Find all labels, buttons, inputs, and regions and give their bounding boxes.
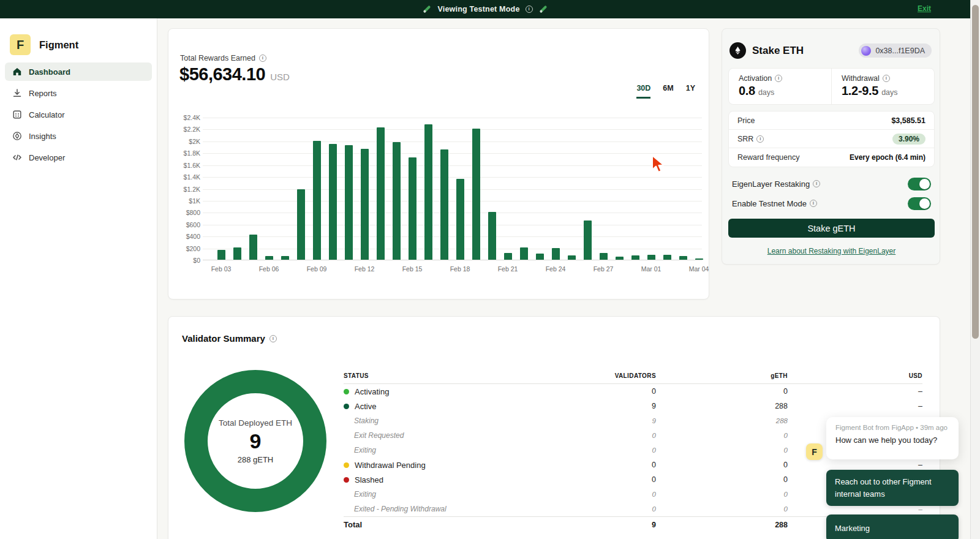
bar-feb-25[interactable] bbox=[568, 255, 576, 260]
sidebar-item-insights[interactable]: Insights bbox=[5, 127, 152, 145]
price-row: Price $3,585.51 bbox=[729, 111, 934, 130]
tab-1y[interactable]: 1Y bbox=[686, 84, 695, 99]
sidebar-item-reports[interactable]: Reports bbox=[5, 84, 152, 102]
bar-feb-13[interactable] bbox=[377, 127, 385, 260]
info-icon[interactable] bbox=[810, 200, 817, 207]
sidebar-item-developer[interactable]: Developer bbox=[5, 148, 152, 167]
activation-stat: Activation 0.8 days bbox=[729, 69, 831, 104]
withdrawal-stat: Withdrawal 1.2-9.5 days bbox=[831, 69, 934, 104]
tab-30d[interactable]: 30D bbox=[636, 84, 650, 99]
testnet-mode-toggle[interactable] bbox=[908, 197, 931, 210]
gridline bbox=[203, 165, 702, 166]
total-label: Total bbox=[344, 520, 601, 529]
bar-feb-17[interactable] bbox=[440, 149, 448, 260]
page-scrollbar[interactable] bbox=[970, 0, 980, 539]
bar-feb-28[interactable] bbox=[616, 257, 624, 260]
bar-feb-12[interactable] bbox=[361, 149, 369, 260]
app-root: Viewing Testnet Mode Exit F Figment Dash… bbox=[0, 0, 980, 539]
bar-feb-06[interactable] bbox=[265, 256, 273, 260]
info-icon[interactable] bbox=[259, 55, 266, 62]
stake-info-rows: Price $3,585.51 SRR 3.90% Reward frequen… bbox=[728, 111, 935, 167]
bar-feb-18[interactable] bbox=[456, 179, 464, 260]
y-axis-tick: $1.4K bbox=[179, 173, 200, 181]
sidebar-item-dashboard[interactable]: Dashboard bbox=[5, 62, 152, 81]
gridline bbox=[203, 189, 702, 190]
geth-cell: 288 bbox=[656, 417, 788, 424]
wallet-address-pill[interactable]: 0x38...f1E9DA bbox=[859, 43, 932, 58]
bar-feb-10[interactable] bbox=[329, 144, 337, 260]
bar-feb-24[interactable] bbox=[552, 248, 560, 260]
gridline bbox=[203, 141, 702, 142]
tab-6m[interactable]: 6M bbox=[663, 84, 673, 99]
bar-feb-09[interactable] bbox=[313, 141, 321, 260]
validators-cell: 0 bbox=[601, 432, 656, 439]
activation-unit: days bbox=[758, 88, 774, 97]
sidebar-item-calculator[interactable]: Calculator bbox=[5, 105, 152, 124]
geth-cell: 0 bbox=[656, 461, 788, 469]
bar-feb-27[interactable] bbox=[600, 253, 608, 260]
usd-cell: – bbox=[788, 402, 922, 410]
status-cell: Active bbox=[344, 402, 601, 411]
y-axis-tick: $0 bbox=[179, 257, 200, 264]
bar-mar-03[interactable] bbox=[679, 256, 687, 260]
bar-feb-14[interactable] bbox=[393, 142, 401, 260]
y-axis-tick: $200 bbox=[179, 245, 200, 252]
info-icon[interactable] bbox=[526, 6, 533, 13]
bar-feb-22[interactable] bbox=[520, 247, 528, 260]
bar-feb-21[interactable] bbox=[504, 253, 512, 260]
info-icon[interactable] bbox=[813, 180, 820, 187]
validators-cell: 0 bbox=[601, 491, 656, 498]
bar-feb-16[interactable] bbox=[424, 124, 432, 260]
col-usd: USD bbox=[788, 372, 922, 379]
chat-message-card: Figment Bot from FigApp • 39m ago How ca… bbox=[826, 417, 959, 459]
validators-cell: 0 bbox=[601, 505, 656, 513]
eigenlayer-restaking-toggle[interactable] bbox=[908, 178, 931, 190]
bar-feb-03[interactable] bbox=[217, 250, 225, 260]
bar-feb-15[interactable] bbox=[409, 157, 417, 260]
x-axis-tick: Feb 18 bbox=[442, 265, 478, 273]
info-icon[interactable] bbox=[756, 135, 764, 143]
chat-reply-reach[interactable]: Reach out to other Figment internal team… bbox=[826, 470, 959, 506]
sidebar-item-label: Calculator bbox=[29, 110, 65, 119]
table-row-activating: Activating00– bbox=[344, 384, 922, 399]
eth-icon bbox=[729, 42, 746, 59]
bar-feb-23[interactable] bbox=[536, 254, 544, 260]
bar-mar-02[interactable] bbox=[663, 255, 671, 260]
deployed-eth-donut: Total Deployed ETH 9 288 gETH bbox=[184, 370, 326, 512]
bar-feb-26[interactable] bbox=[584, 221, 592, 260]
scrollbar-thumb[interactable] bbox=[972, 5, 979, 339]
chat-reply-marketing[interactable]: Marketing bbox=[826, 514, 959, 539]
status-cell: Exiting bbox=[344, 490, 601, 499]
stake-geth-button[interactable]: Stake gETH bbox=[728, 219, 935, 238]
status-dot bbox=[344, 477, 349, 483]
bar-feb-11[interactable] bbox=[345, 145, 353, 260]
rewards-amount: $56,634.10 bbox=[179, 64, 265, 85]
exit-link[interactable]: Exit bbox=[918, 4, 931, 13]
gridline bbox=[203, 129, 702, 130]
eigenlayer-learn-link[interactable]: Learn about Restaking with EigenLayer bbox=[722, 247, 941, 255]
bar-mar-01[interactable] bbox=[647, 255, 655, 260]
bar-feb-04[interactable] bbox=[233, 247, 241, 260]
gridline bbox=[203, 225, 702, 225]
y-axis-tick: $1K bbox=[179, 197, 200, 205]
status-dot bbox=[344, 389, 349, 394]
bar-mar-04[interactable] bbox=[695, 258, 703, 260]
geth-cell: 0 bbox=[656, 491, 788, 498]
info-icon[interactable] bbox=[883, 75, 890, 82]
activation-label: Activation bbox=[739, 74, 772, 83]
bar-feb-05[interactable] bbox=[249, 235, 257, 260]
validators-cell: 0 bbox=[601, 387, 656, 396]
geth-cell: 0 bbox=[656, 387, 788, 396]
bar-feb-19[interactable] bbox=[472, 129, 480, 260]
bar-feb-29[interactable] bbox=[631, 255, 639, 260]
insights-icon bbox=[12, 131, 22, 141]
x-axis-tick: Mar 04 bbox=[680, 265, 717, 273]
bar-feb-08[interactable] bbox=[297, 189, 305, 260]
y-axis-tick: $400 bbox=[179, 233, 200, 240]
bar-feb-07[interactable] bbox=[281, 256, 289, 260]
x-axis-tick: Feb 27 bbox=[585, 265, 622, 273]
info-icon[interactable] bbox=[270, 335, 277, 342]
bar-feb-20[interactable] bbox=[488, 212, 496, 260]
info-icon[interactable] bbox=[775, 75, 782, 82]
chat-message-header: Figment Bot from FigApp • 39m ago bbox=[835, 424, 949, 431]
